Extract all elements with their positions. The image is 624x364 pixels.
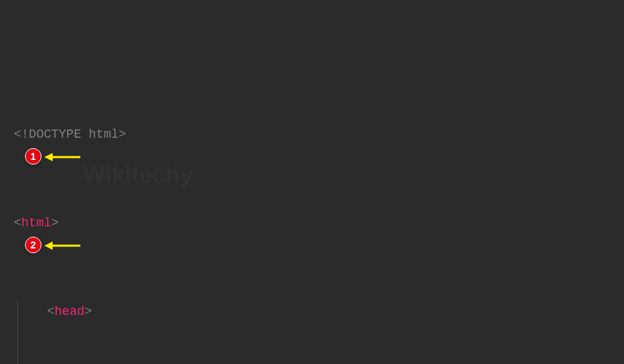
annotation-badge-2: 2 bbox=[25, 237, 42, 253]
arrow-icon bbox=[43, 238, 82, 253]
arrow-icon bbox=[43, 149, 82, 165]
watermark: Wikitechy bbox=[83, 163, 193, 185]
annotation-badge-1: 1 bbox=[25, 148, 42, 165]
code-line: <head> bbox=[14, 300, 610, 322]
svg-marker-1 bbox=[44, 153, 53, 161]
code-block: Wikitechy <!DOCTYPE html> <html> <head> … bbox=[14, 12, 610, 364]
code-line: <html> bbox=[14, 212, 610, 234]
svg-marker-3 bbox=[44, 242, 53, 250]
code-line: <!DOCTYPE html> bbox=[14, 123, 610, 145]
